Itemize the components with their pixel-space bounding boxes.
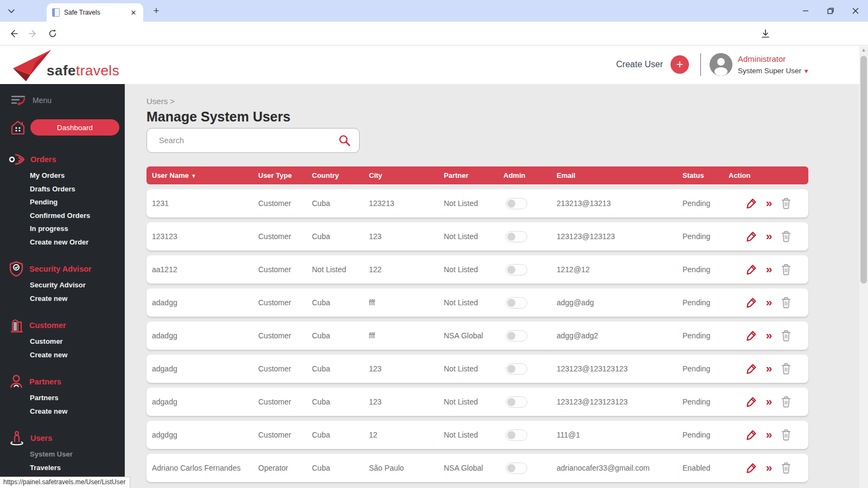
admin-toggle[interactable] xyxy=(506,231,527,242)
edit-icon[interactable] xyxy=(745,263,758,276)
edit-icon[interactable] xyxy=(745,362,758,375)
avatar[interactable] xyxy=(710,53,732,76)
column-user-name[interactable]: User Name▼ xyxy=(146,171,253,179)
sidebar-item-partners[interactable]: Partners xyxy=(30,391,125,405)
sidebar-item-in-progress[interactable]: In progress xyxy=(30,222,125,236)
sidebar-section-users-header[interactable]: Users xyxy=(0,429,125,447)
sidebar-item-partners-create-new[interactable]: Create new xyxy=(30,405,125,419)
sidebar: Menu Dashboard Orders My Orders Drafts O… xyxy=(0,84,125,488)
column-email[interactable]: Email xyxy=(551,171,677,179)
column-user-type[interactable]: User Type xyxy=(253,171,307,179)
sidebar-section-partners-header[interactable]: Partners xyxy=(0,373,125,390)
cell-admin xyxy=(498,396,551,408)
admin-toggle[interactable] xyxy=(506,198,527,209)
search-input[interactable] xyxy=(159,136,339,145)
menu-toggle[interactable]: Menu xyxy=(0,84,125,108)
sidebar-section-customer-header[interactable]: Customer xyxy=(0,317,125,334)
sidebar-item-my-orders[interactable]: My Orders xyxy=(30,169,125,183)
window-restore-button[interactable] xyxy=(818,0,843,22)
create-user-button[interactable]: Create User + xyxy=(616,55,689,74)
admin-toggle[interactable] xyxy=(506,330,527,342)
page-scrollbar[interactable]: ▲ xyxy=(859,46,868,488)
edit-icon[interactable] xyxy=(745,230,758,243)
sidebar-item-dashboard[interactable]: Dashboard xyxy=(30,119,119,136)
column-status[interactable]: Status xyxy=(677,171,723,179)
scrollbar-thumb[interactable] xyxy=(860,56,867,284)
cell-actions: » xyxy=(723,263,808,276)
sidebar-item-security-advisor[interactable]: Security Advisor xyxy=(30,279,125,292)
details-chevrons-icon[interactable]: » xyxy=(766,395,773,407)
new-tab-button[interactable]: + xyxy=(150,4,163,17)
details-chevrons-icon[interactable]: » xyxy=(766,461,773,473)
sidebar-item-drafts-orders[interactable]: Drafts Orders xyxy=(30,183,125,196)
admin-toggle[interactable] xyxy=(506,297,527,309)
admin-toggle[interactable] xyxy=(506,429,527,441)
delete-icon[interactable] xyxy=(780,395,792,408)
details-chevrons-icon[interactable]: » xyxy=(766,197,773,208)
edit-icon[interactable] xyxy=(745,461,758,474)
delete-icon[interactable] xyxy=(780,461,792,474)
breadcrumb[interactable]: Users > xyxy=(146,97,175,106)
sidebar-item-customer-create-new[interactable]: Create new xyxy=(30,349,125,362)
column-city[interactable]: City xyxy=(363,171,438,179)
search-box[interactable] xyxy=(146,128,360,153)
page-title: Manage System Users xyxy=(146,109,290,125)
forward-button[interactable] xyxy=(26,27,40,41)
window-minimize-button[interactable] xyxy=(793,0,818,22)
edit-icon[interactable] xyxy=(745,197,758,210)
account-menu[interactable]: Administrator System Super User ▼ xyxy=(738,54,811,75)
cell-admin xyxy=(498,330,551,342)
edit-icon[interactable] xyxy=(745,428,758,441)
table-row: adgadg Customer Cuba 123 Not Listed 1231… xyxy=(146,355,808,383)
details-chevrons-icon[interactable]: » xyxy=(766,263,773,274)
admin-toggle[interactable] xyxy=(506,396,527,408)
delete-icon[interactable] xyxy=(780,329,792,342)
details-chevrons-icon[interactable]: » xyxy=(766,230,773,241)
column-partner[interactable]: Partner xyxy=(438,171,498,179)
sidebar-item-create-new-order[interactable]: Create new Order xyxy=(30,236,125,249)
back-button[interactable] xyxy=(7,27,21,41)
cell-user-name: Adriano Carlos Fernandes xyxy=(146,464,253,472)
sidebar-item-confirmed-orders[interactable]: Confirmed Orders xyxy=(30,209,125,223)
edit-icon[interactable] xyxy=(745,296,758,309)
window-close-button[interactable] xyxy=(843,0,868,22)
sidebar-item-travelers[interactable]: Travelers xyxy=(30,461,125,475)
details-chevrons-icon[interactable]: » xyxy=(766,296,773,307)
sidebar-section-security-header[interactable]: Security Advisor xyxy=(0,260,125,278)
edit-icon[interactable] xyxy=(745,329,758,342)
sidebar-section-orders-header[interactable]: Orders xyxy=(0,151,125,168)
app-logo[interactable]: safetravels xyxy=(10,49,119,81)
sidebar-item-system-user[interactable]: System User xyxy=(30,448,125,461)
delete-icon[interactable] xyxy=(780,230,792,243)
sidebar-item-security-create-new[interactable]: Create new xyxy=(30,292,125,306)
delete-icon[interactable] xyxy=(780,428,792,441)
download-icon[interactable] xyxy=(758,27,773,41)
delete-icon[interactable] xyxy=(780,296,792,309)
scrollbar-up-arrow[interactable]: ▲ xyxy=(859,47,868,53)
admin-toggle[interactable] xyxy=(506,363,527,375)
admin-toggle[interactable] xyxy=(506,463,527,474)
tab-search-chevron-icon[interactable] xyxy=(4,4,18,18)
reload-button[interactable] xyxy=(46,27,60,41)
delete-icon[interactable] xyxy=(780,362,792,375)
details-chevrons-icon[interactable]: » xyxy=(766,329,773,341)
sidebar-item-customer[interactable]: Customer xyxy=(30,335,125,349)
tab-close-icon[interactable]: ✕ xyxy=(129,9,138,17)
cell-country: Cuba xyxy=(307,298,363,307)
search-icon[interactable] xyxy=(339,134,350,146)
admin-toggle[interactable] xyxy=(506,264,527,275)
details-chevrons-icon[interactable]: » xyxy=(766,362,773,374)
account-role: System Super User xyxy=(738,67,801,75)
building-icon xyxy=(9,318,24,333)
cell-country: Cuba xyxy=(307,232,363,241)
browser-tab[interactable]: Safe Travels ✕ xyxy=(47,3,143,22)
delete-icon[interactable] xyxy=(780,263,792,276)
edit-icon[interactable] xyxy=(745,395,758,408)
cell-city: 122 xyxy=(363,265,438,274)
column-admin[interactable]: Admin xyxy=(498,171,551,179)
delete-icon[interactable] xyxy=(780,197,792,210)
details-chevrons-icon[interactable]: » xyxy=(766,428,773,440)
sidebar-item-pending[interactable]: Pending xyxy=(30,196,125,209)
column-country[interactable]: Country xyxy=(307,171,363,179)
toggle-knob xyxy=(507,200,515,208)
